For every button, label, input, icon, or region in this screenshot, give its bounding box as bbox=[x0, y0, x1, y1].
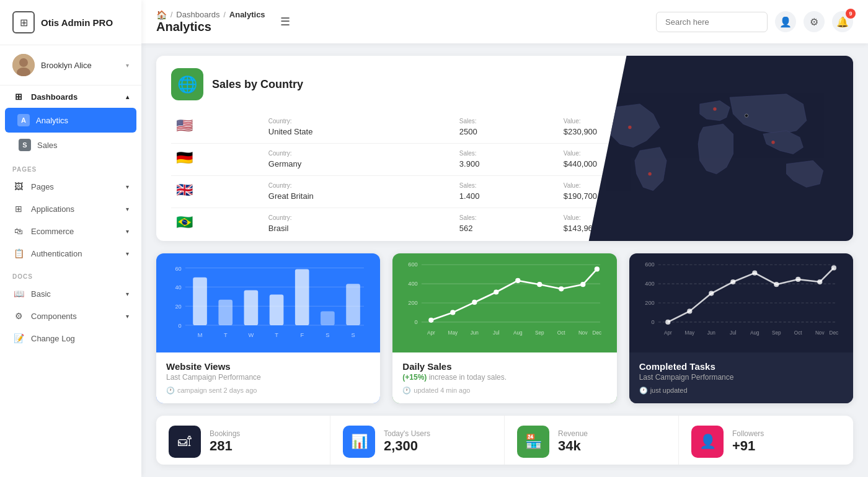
pages-section-label: PAGES bbox=[0, 157, 141, 175]
value: $190,700 bbox=[564, 191, 597, 201]
sidebar-item-dashboards[interactable]: ⊞ Dashboards ▴ bbox=[0, 85, 141, 108]
user-chevron-icon: ▾ bbox=[126, 62, 129, 69]
svg-text:0: 0 bbox=[179, 323, 182, 329]
app-title: Otis Admin PRO bbox=[41, 17, 113, 28]
followers-icon: 👤 bbox=[691, 426, 724, 458]
sidebar-user[interactable]: Brooklyn Alice ▾ bbox=[0, 45, 141, 85]
sidebar-item-basic[interactable]: 📖 Basic ▾ bbox=[0, 282, 141, 305]
svg-point-45 bbox=[580, 282, 585, 287]
svg-point-72 bbox=[831, 265, 836, 270]
breadcrumb-analytics: Analytics bbox=[229, 10, 265, 19]
breadcrumb-dashboards: Dashboards bbox=[176, 10, 219, 19]
col-label: Country: bbox=[268, 150, 450, 157]
notification-badge: 9 bbox=[846, 9, 856, 19]
applications-icon: ⊞ bbox=[12, 204, 25, 214]
svg-point-40 bbox=[472, 300, 477, 305]
website-views-card: 60 40 20 0 M T bbox=[156, 253, 380, 403]
flag-de: 🇩🇪 bbox=[176, 150, 193, 165]
topbar: 🏠 / Dashboards / Analytics Analytics ☰ 👤… bbox=[141, 0, 868, 43]
sidebar-item-applications[interactable]: ⊞ Applications ▾ bbox=[0, 198, 141, 220]
stat-today-users-info: Today's Users 2,300 bbox=[384, 429, 430, 454]
svg-point-3 bbox=[628, 126, 631, 129]
svg-text:600: 600 bbox=[645, 261, 654, 268]
svg-point-4 bbox=[713, 107, 716, 110]
svg-point-5 bbox=[745, 114, 748, 117]
svg-text:Oct: Oct bbox=[794, 330, 803, 336]
stat-followers: 👤 Followers +91 bbox=[679, 416, 853, 465]
stat-revenue-info: Revenue 34k bbox=[558, 429, 588, 454]
svg-rect-21 bbox=[321, 311, 335, 325]
value: $440,000 bbox=[564, 159, 597, 168]
col-label: Country: bbox=[268, 182, 450, 189]
sidebar-item-changelog[interactable]: 📝 Change Log bbox=[0, 327, 141, 349]
chart-meta-text: just updated bbox=[650, 387, 688, 394]
svg-text:Jul: Jul bbox=[730, 330, 737, 336]
svg-text:40: 40 bbox=[175, 284, 181, 291]
col-label: Sales: bbox=[459, 214, 554, 221]
sidebar-item-components[interactable]: ⚙ Components ▾ bbox=[0, 305, 141, 327]
sidebar-item-authentication[interactable]: 📋 Authentication ▾ bbox=[0, 242, 141, 265]
completed-tasks-info: Completed Tasks Last Campaign Performanc… bbox=[629, 352, 853, 403]
daily-sales-chart: 600 400 200 0 bbox=[392, 253, 616, 352]
sidebar-item-label: Authentication bbox=[31, 249, 82, 258]
revenue-icon: 🏪 bbox=[517, 426, 549, 458]
daily-sales-card: 600 400 200 0 bbox=[392, 253, 616, 403]
col-label: Sales: bbox=[459, 118, 554, 125]
svg-text:May: May bbox=[684, 330, 694, 336]
revenue-label: Revenue bbox=[558, 429, 588, 438]
svg-point-38 bbox=[429, 317, 434, 322]
notifications-icon[interactable]: 🔔 9 bbox=[832, 11, 853, 32]
svg-rect-19 bbox=[270, 294, 284, 325]
basic-icon: 📖 bbox=[12, 289, 25, 299]
sidebar-item-label: Analytics bbox=[36, 116, 68, 125]
clock-icon: 🕐 bbox=[166, 387, 175, 395]
topbar-right: 👤 ⚙ 🔔 9 bbox=[656, 11, 853, 32]
value: $230,900 bbox=[564, 127, 597, 136]
sidebar-logo: ⊞ Otis Admin PRO bbox=[0, 0, 141, 45]
svg-point-68 bbox=[752, 270, 757, 275]
svg-point-46 bbox=[595, 266, 600, 271]
svg-point-69 bbox=[774, 282, 779, 287]
clock-icon: 🕐 bbox=[639, 387, 648, 395]
sales-value: 3.900 bbox=[459, 159, 480, 168]
chart-subtitle: Last Campaign Performance bbox=[166, 373, 370, 382]
svg-text:Jun: Jun bbox=[471, 330, 479, 336]
sidebar-item-label: Components bbox=[31, 312, 77, 321]
svg-text:Nov: Nov bbox=[815, 330, 825, 336]
page-body: 🌐 Sales by Country 🇺🇸 Country: United St… bbox=[141, 43, 868, 477]
sidebar-item-analytics[interactable]: A Analytics bbox=[5, 108, 136, 133]
changelog-icon: 📝 bbox=[12, 333, 25, 343]
followers-label: Followers bbox=[732, 429, 764, 438]
sidebar-item-label: Sales bbox=[37, 141, 58, 150]
svg-point-39 bbox=[451, 310, 456, 315]
sidebar-item-label: Basic bbox=[31, 289, 51, 299]
increase-label: (+15%) bbox=[402, 373, 427, 382]
svg-text:Jul: Jul bbox=[493, 330, 500, 336]
svg-point-64 bbox=[665, 320, 670, 325]
svg-rect-17 bbox=[218, 300, 232, 325]
svg-point-1 bbox=[19, 58, 28, 67]
page-title: Analytics bbox=[156, 20, 265, 34]
settings-icon[interactable]: ⚙ bbox=[804, 11, 825, 32]
svg-text:Sep: Sep bbox=[535, 330, 544, 336]
svg-text:F: F bbox=[300, 331, 304, 338]
menu-icon[interactable]: ☰ bbox=[280, 15, 290, 28]
sidebar-item-pages[interactable]: 🖼 Pages ▾ bbox=[0, 175, 141, 198]
svg-rect-18 bbox=[244, 290, 259, 325]
flag-gb: 🇬🇧 bbox=[176, 182, 193, 198]
sidebar-item-ecommerce[interactable]: 🛍 Ecommerce ▾ bbox=[0, 220, 141, 242]
increase-text: increase in today sales. bbox=[429, 373, 507, 382]
svg-text:400: 400 bbox=[409, 281, 418, 287]
user-profile-icon[interactable]: 👤 bbox=[775, 11, 796, 32]
bookings-label: Bookings bbox=[210, 429, 240, 438]
svg-point-44 bbox=[559, 286, 564, 291]
stat-bookings-info: Bookings 281 bbox=[210, 429, 240, 454]
chart-title: Daily Sales bbox=[402, 361, 606, 372]
dashboards-icon: ⊞ bbox=[12, 92, 25, 102]
flag-usa: 🇺🇸 bbox=[176, 118, 193, 133]
search-input[interactable] bbox=[656, 12, 768, 32]
sales-value: 1.400 bbox=[459, 191, 480, 201]
svg-text:Sep: Sep bbox=[772, 330, 781, 336]
svg-point-66 bbox=[709, 291, 714, 295]
sidebar-item-sales[interactable]: S Sales bbox=[0, 133, 141, 157]
